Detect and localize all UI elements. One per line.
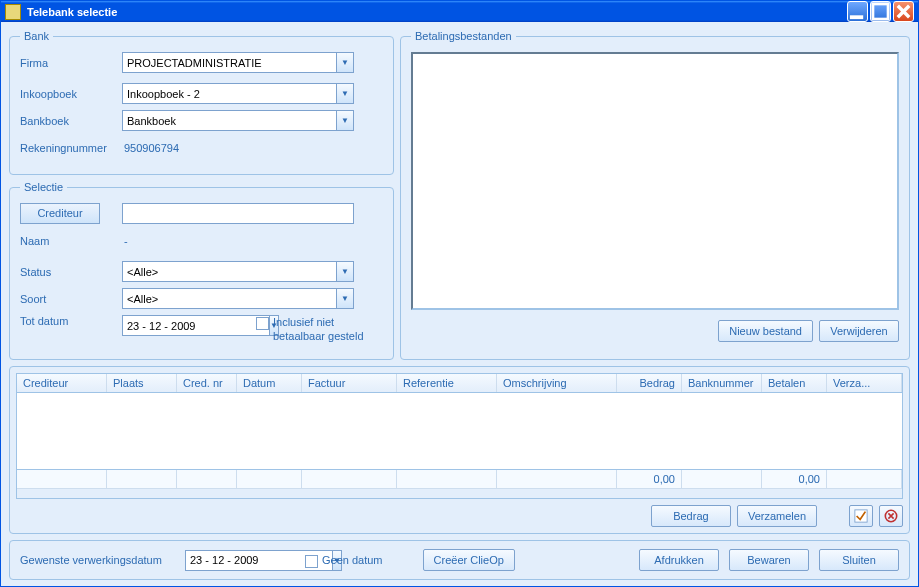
check-all-button[interactable] — [849, 505, 873, 527]
selectie-group: Selectie Crediteur Naam - Status — [9, 181, 394, 360]
col-betalen[interactable]: Betalen — [762, 374, 827, 392]
totdatum-label: Tot datum — [20, 315, 122, 327]
bedrag-button[interactable]: Bedrag — [651, 505, 731, 527]
firma-label: Firma — [20, 57, 122, 69]
svg-rect-0 — [850, 15, 863, 19]
clear-button[interactable] — [879, 505, 903, 527]
svg-rect-1 — [873, 4, 888, 19]
maximize-button[interactable] — [870, 1, 891, 22]
rekening-label: Rekeningnummer — [20, 142, 122, 154]
crediteur-button[interactable]: Crediteur — [20, 203, 100, 224]
grid-scrollbar[interactable] — [17, 488, 902, 498]
status-label: Status — [20, 266, 122, 278]
clieop-button[interactable]: Creëer ClieOp — [423, 549, 515, 571]
soort-label: Soort — [20, 293, 122, 305]
afdrukken-button[interactable]: Afdrukken — [639, 549, 719, 571]
grid-header: Crediteur Plaats Cred. nr Datum Factuur … — [17, 374, 902, 393]
grid-footer: 0,00 0,00 — [17, 469, 902, 488]
verwijderen-button[interactable]: Verwijderen — [819, 320, 899, 342]
geen-datum-label: Geen datum — [322, 553, 383, 567]
soort-input[interactable] — [122, 288, 336, 309]
close-button[interactable] — [893, 1, 914, 22]
minimize-button[interactable] — [847, 1, 868, 22]
inclusief-checkbox[interactable] — [256, 317, 269, 330]
inkoopboek-input[interactable] — [122, 83, 336, 104]
col-referentie[interactable]: Referentie — [397, 374, 497, 392]
status-dropdown-icon[interactable]: ▼ — [336, 261, 354, 282]
bankboek-input[interactable] — [122, 110, 336, 131]
verzamelen-button[interactable]: Verzamelen — [737, 505, 817, 527]
firma-input[interactable] — [122, 52, 336, 73]
files-group: Betalingsbestanden Nieuw bestand Verwijd… — [400, 30, 910, 360]
footer-betalen: 0,00 — [762, 470, 827, 488]
verwerking-label: Gewenste verwerkingsdatum — [20, 554, 175, 566]
naam-value: - — [122, 235, 128, 247]
footer-bedrag: 0,00 — [617, 470, 682, 488]
grid-panel: Crediteur Plaats Cred. nr Datum Factuur … — [9, 366, 910, 534]
app-icon — [5, 4, 21, 20]
col-datum[interactable]: Datum — [237, 374, 302, 392]
col-factuur[interactable]: Factuur — [302, 374, 397, 392]
col-verzamelen[interactable]: Verza... — [827, 374, 902, 392]
firma-dropdown-icon[interactable]: ▼ — [336, 52, 354, 73]
totdatum-input[interactable] — [122, 315, 269, 336]
col-banknummer[interactable]: Banknummer — [682, 374, 762, 392]
naam-label: Naam — [20, 235, 122, 247]
col-crediteur[interactable]: Crediteur — [17, 374, 107, 392]
window: Telebank selectie Bank Firma — [0, 0, 919, 587]
selectie-legend: Selectie — [20, 181, 67, 193]
col-plaats[interactable]: Plaats — [107, 374, 177, 392]
files-listbox[interactable] — [411, 52, 899, 310]
col-crednr[interactable]: Cred. nr — [177, 374, 237, 392]
bank-legend: Bank — [20, 30, 53, 42]
inclusief-label: Inclusief niet betaalbaar gesteld — [273, 315, 383, 343]
soort-dropdown-icon[interactable]: ▼ — [336, 288, 354, 309]
geen-datum-checkbox[interactable] — [305, 555, 318, 568]
client-area: Bank Firma ▼ Inkoopboek — [1, 22, 918, 587]
bank-group: Bank Firma ▼ Inkoopboek — [9, 30, 394, 175]
inkoopboek-label: Inkoopboek — [20, 88, 122, 100]
bankboek-label: Bankboek — [20, 115, 122, 127]
col-omschrijving[interactable]: Omschrijving — [497, 374, 617, 392]
grid-body[interactable] — [17, 393, 902, 469]
grid: Crediteur Plaats Cred. nr Datum Factuur … — [16, 373, 903, 499]
bankboek-dropdown-icon[interactable]: ▼ — [336, 110, 354, 131]
bottom-bar: Gewenste verwerkingsdatum ▼ Geen datum C… — [9, 540, 910, 580]
bewaren-button[interactable]: Bewaren — [729, 549, 809, 571]
crediteur-input[interactable] — [122, 203, 354, 224]
window-title: Telebank selectie — [27, 6, 847, 18]
col-bedrag[interactable]: Bedrag — [617, 374, 682, 392]
sluiten-button[interactable]: Sluiten — [819, 549, 899, 571]
rekening-value: 950906794 — [122, 142, 179, 154]
inkoopboek-dropdown-icon[interactable]: ▼ — [336, 83, 354, 104]
titlebar: Telebank selectie — [1, 1, 918, 22]
files-legend: Betalingsbestanden — [411, 30, 516, 42]
nieuw-bestand-button[interactable]: Nieuw bestand — [718, 320, 813, 342]
status-input[interactable] — [122, 261, 336, 282]
